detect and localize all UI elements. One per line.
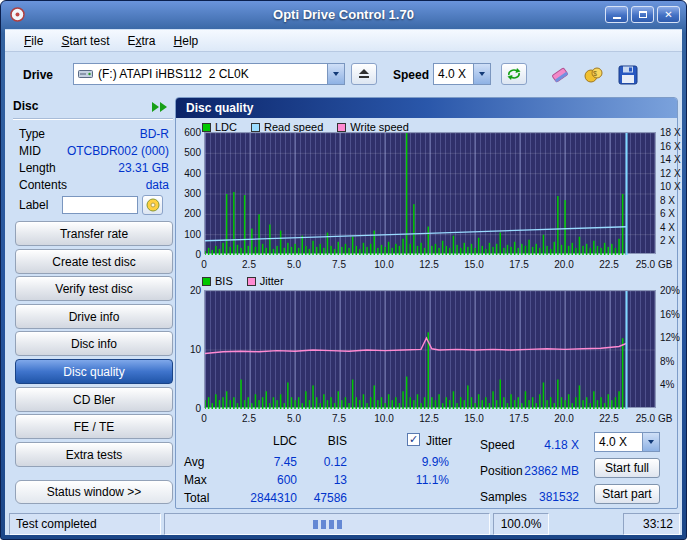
sidebar-button-drive-info[interactable]: Drive info: [15, 304, 173, 329]
disc-info-row-length: Length23.31 GB: [15, 159, 173, 176]
tick-label: 7.5: [317, 259, 361, 270]
disc-info-row-type: TypeBD-R: [15, 125, 173, 142]
legend-swatch: [337, 123, 346, 132]
elapsed-time: 33:12: [643, 517, 673, 531]
tick-label: 10.0: [362, 259, 406, 270]
sidebar-button-cd-bler[interactable]: CD Bler: [15, 387, 173, 412]
sidebar-button-extra-tests[interactable]: Extra tests: [15, 442, 173, 467]
speed-stat-value: 4.18 X: [499, 438, 579, 452]
tick-label: 200: [176, 208, 201, 219]
test-speed-select-arrow[interactable]: [642, 433, 659, 451]
speed-select-value: 4.0 X: [434, 67, 470, 81]
speed-label: Speed: [393, 68, 429, 82]
donate-button[interactable]: $: [579, 63, 609, 87]
tick-label: 20.0: [542, 413, 586, 424]
client-area: FileStart testExtraHelp Drive (F:) ATAPI…: [5, 29, 682, 535]
speed-select[interactable]: 4.0 X: [433, 63, 491, 85]
disc-section-title: Disc: [13, 99, 38, 113]
sidebar-button-disc-info[interactable]: Disc info: [15, 331, 173, 356]
maximize-button[interactable]: [631, 6, 654, 23]
jitter-checkbox-label[interactable]: Jitter: [426, 434, 452, 448]
info-label: Length: [19, 161, 56, 175]
tick-label: 10 X: [660, 181, 686, 192]
stats-max-jitter: 11.1%: [393, 473, 449, 487]
stats-col-bis: BIS: [303, 434, 347, 448]
menu-item-start-test[interactable]: Start test: [52, 30, 118, 52]
progress-marquee: [313, 520, 342, 529]
eraser-icon: [549, 65, 571, 85]
menu-item-help[interactable]: Help: [165, 30, 208, 52]
sidebar-button-verify-test-disc[interactable]: Verify test disc: [15, 276, 173, 301]
tick-label: 20: [176, 285, 201, 296]
sidebar-button-fe-te[interactable]: FE / TE: [15, 414, 173, 439]
menu-item-file[interactable]: File: [15, 30, 52, 52]
eject-button[interactable]: [351, 63, 377, 85]
tick-label: 17.5: [497, 259, 541, 270]
sidebar-button-transfer-rate[interactable]: Transfer rate: [15, 221, 173, 246]
chevron-down-icon: [479, 72, 485, 76]
write-label-button[interactable]: [142, 195, 163, 215]
tick-label: 4 X: [660, 222, 686, 233]
start-full-button[interactable]: Start full: [594, 458, 660, 478]
tick-label: 12%: [660, 332, 686, 343]
legend-jitter: Jitter: [247, 275, 284, 287]
disc-info-list: TypeBD-RMIDOTCBDR002 (000)Length23.31 GB…: [15, 125, 173, 193]
disc-info-row-contents: Contentsdata: [15, 176, 173, 193]
refresh-speed-button[interactable]: [501, 63, 527, 85]
stats-avg-bis: 0.12: [303, 455, 347, 469]
transfer-arrows-icon[interactable]: [151, 101, 169, 113]
info-label: MID: [19, 144, 41, 158]
drive-select-arrow[interactable]: [327, 64, 344, 84]
drive-select-value: (F:) ATAPI iHBS112 2 CL0K: [94, 67, 253, 81]
tick-label: 12 X: [660, 168, 686, 179]
refresh-icon: [506, 67, 522, 81]
info-value: BD-R: [140, 127, 169, 141]
close-button[interactable]: ✕: [657, 6, 680, 23]
coins-icon: $: [583, 65, 605, 85]
speed-select-arrow[interactable]: [473, 64, 490, 84]
jitter-checkbox[interactable]: ✓: [407, 433, 420, 446]
close-icon: ✕: [664, 9, 672, 20]
tick-label: 8%: [660, 356, 686, 367]
app-window: Opti Drive Control 1.70 ✕ FileStart test…: [0, 0, 687, 540]
label-row: Label: [15, 195, 173, 215]
status-message: Test completed: [16, 517, 97, 531]
legend-swatch: [202, 277, 211, 286]
tick-label: 20.0: [542, 259, 586, 270]
menu-item-extra[interactable]: Extra: [118, 30, 164, 52]
save-button[interactable]: [613, 63, 643, 87]
tick-label: 15.0: [452, 413, 496, 424]
tick-label: 10: [176, 344, 201, 355]
progress-bar: [164, 513, 490, 535]
drive-select[interactable]: (F:) ATAPI iHBS112 2 CL0K: [73, 63, 345, 85]
start-part-button[interactable]: Start part: [594, 484, 660, 504]
test-speed-select[interactable]: 4.0 X: [594, 432, 660, 452]
tick-label: 400: [176, 168, 201, 179]
bis-jitter-chart-svg: [205, 291, 655, 409]
test-speed-select-value: 4.0 X: [595, 435, 631, 449]
drive-label: Drive: [23, 68, 53, 82]
tick-label: 6 X: [660, 208, 686, 219]
menu-bar: FileStart testExtraHelp: [5, 30, 682, 52]
stats-col-ldc: LDC: [237, 434, 297, 448]
disc-section-header: Disc: [13, 99, 173, 119]
tick-label: 2.5: [227, 413, 271, 424]
minimize-icon: [613, 17, 621, 19]
status-window-button[interactable]: Status window >>: [15, 480, 173, 504]
minimize-button[interactable]: [605, 6, 628, 23]
tick-label: 500: [176, 147, 201, 158]
label-input[interactable]: [62, 196, 138, 214]
sidebar-button-create-test-disc[interactable]: Create test disc: [15, 249, 173, 274]
ldc-speed-chart: [204, 132, 656, 254]
status-bar: Test completed 100.0% 33:12: [5, 513, 682, 535]
sidebar-button-disc-quality[interactable]: Disc quality: [15, 359, 173, 384]
info-label: Type: [19, 127, 45, 141]
window-title: Opti Drive Control 1.70: [1, 7, 686, 22]
tick-label: 2 X: [660, 235, 686, 246]
legend-swatch: [247, 277, 256, 286]
tick-label: 0: [182, 259, 226, 270]
info-value: OTCBDR002 (000): [67, 144, 169, 158]
legend-bis: BIS: [202, 275, 233, 287]
legend-swatch: [251, 123, 260, 132]
erase-disc-button[interactable]: [545, 63, 575, 87]
